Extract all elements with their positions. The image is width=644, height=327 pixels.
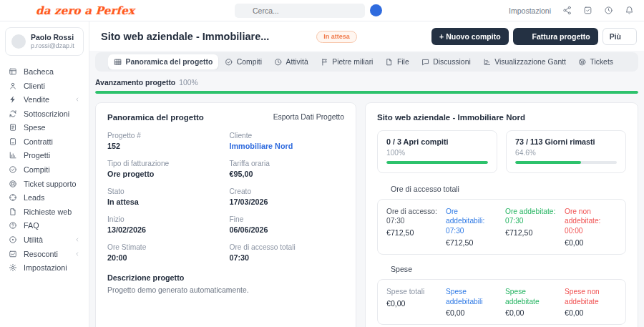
progress-label: Avanzamento progetto (95, 79, 175, 87)
new-task-button[interactable]: + Nuovo compito (431, 28, 508, 45)
stat-progress-fill (515, 161, 581, 164)
tab-panoramica-del-progetto[interactable]: Panoramica del progetto (108, 54, 218, 69)
sidebar-item-label: Leads (24, 193, 44, 202)
stat-progress-bar (386, 161, 488, 164)
sidebar-item-progetti[interactable]: Progetti (0, 149, 89, 163)
field-value: 06/06/2026 (230, 225, 345, 234)
metric-value: €712,50 (386, 228, 439, 237)
field-label: Inizio (107, 215, 223, 223)
sidebar-item-faq[interactable]: FAQ (0, 219, 89, 233)
field-label: Cliente (230, 132, 345, 140)
sidebar-item-impostazioni[interactable]: Impostazioni (0, 260, 89, 275)
field-value: Ore progetto (107, 170, 223, 178)
project-summary-card: Sito web aziendale - Immobiliare Nord 0 … (365, 102, 638, 327)
field-creato: Creato17/03/2026 (230, 187, 345, 206)
sidebar-item-leads[interactable]: Leads (0, 190, 89, 205)
page-title: Sito web aziendale - Immobiliare... (101, 31, 269, 42)
sidebar-item-spese[interactable]: Spese (0, 120, 89, 135)
metric-spese-totali: Spese totali€0,00 (386, 287, 439, 318)
field-value: 13/02/2026 (107, 225, 223, 234)
quick-add-button[interactable] (370, 4, 382, 16)
sidebar-item-sottoscrizioni[interactable]: Sottoscrizioni (0, 107, 89, 121)
document-icon (9, 208, 17, 216)
metric-label: Spese addebitabili (446, 287, 498, 307)
metric-label: Ore addebitate: 07:30 (505, 207, 557, 227)
tab-discussioni[interactable]: Discussioni (416, 54, 477, 69)
sidebar-item-label: FAQ (24, 221, 39, 230)
metric-value: €712,50 (505, 228, 557, 237)
sidebar-item-label: Progetti (24, 151, 50, 160)
metric-label: Spese non addebitate (565, 287, 617, 307)
share-icon[interactable] (562, 6, 572, 15)
progress-bar (95, 91, 638, 94)
field-value: 152 (107, 142, 223, 150)
sidebar-item-label: Compiti (24, 165, 50, 174)
tab-attività[interactable]: Attività (268, 54, 314, 69)
tab-visualizzazione-gantt[interactable]: Visualizzazione Gantt (477, 54, 572, 69)
tab-tickets[interactable]: Tickets (572, 54, 619, 69)
search-input[interactable] (253, 6, 359, 15)
tab-compiti[interactable]: Compiti (219, 54, 268, 69)
chart-line-icon (9, 250, 17, 258)
sidebar-item-utilità[interactable]: Utilità (0, 233, 89, 247)
metric-value: €0,00 (565, 308, 617, 317)
sidebar-item-label: Utilità (24, 235, 43, 244)
metric-spese-non-addebitate: Spese non addebitate€0,00 (565, 287, 617, 318)
clock-icon[interactable] (604, 6, 613, 15)
lightning-icon (9, 95, 17, 104)
topbar-actions: Impostazioni (509, 6, 634, 15)
field-label: Stato (107, 187, 223, 195)
sidebar-item-clienti[interactable]: Clienti (0, 79, 89, 93)
stat-progress-fill (386, 161, 488, 164)
sidebar-item-label: Richieste web (24, 208, 72, 216)
clock-icon (274, 58, 283, 67)
check-circle-icon (9, 165, 17, 174)
overview-card-title: Panoramica del progetto (107, 113, 204, 122)
metric-spese-addebitate: Spese addebitate€0,00 (505, 287, 557, 318)
tab-pietre-miliari[interactable]: Pietre miliari (315, 54, 379, 69)
sidebar-item-compiti[interactable]: Compiti (0, 162, 89, 177)
file-icon (385, 58, 394, 67)
projects-icon (9, 151, 17, 160)
tab-label: Tickets (590, 58, 613, 66)
chat-icon (421, 58, 430, 67)
sidebar-nav: BachecaClientiVenditeSottoscrizioniSpese… (0, 64, 89, 275)
sidebar-item-label: Resoconti (24, 250, 58, 258)
sidebar-item-label: Clienti (24, 82, 45, 90)
field-progetto-: Progetto #152 (107, 132, 223, 150)
stat-percent: 64.6% (515, 149, 617, 157)
tab-file[interactable]: File (379, 54, 414, 69)
sidebar-item-bacheca[interactable]: Bacheca (0, 64, 89, 79)
user-profile-card[interactable]: Paolo Rossi p.rossi@dzap.it (5, 27, 84, 56)
export-project-data-link[interactable]: Esporta Dati Progetto (261, 113, 344, 122)
sidebar-item-vendite[interactable]: Vendite (0, 92, 89, 107)
tab-label: Panoramica del progetto (126, 58, 213, 66)
life-ring-icon (578, 58, 587, 67)
settings-link[interactable]: Impostazioni (509, 6, 551, 15)
tab-label: Discussioni (433, 58, 471, 66)
tab-label: Visualizzazione Gantt (494, 58, 566, 66)
field-inizio: Inizio13/02/2026 (107, 215, 223, 234)
field-value: 17/03/2026 (230, 197, 345, 206)
dashboard-icon (9, 67, 17, 76)
tab-contratti[interactable]: Contratti (620, 54, 625, 69)
field-label: Ore Stimate (107, 243, 223, 251)
sidebar-item-contratti[interactable]: Contratti (0, 135, 89, 149)
field-value[interactable]: Immobiliare Nord (230, 142, 345, 150)
stat-box-0: 0 / 3 Apri compiti100% (377, 130, 497, 173)
refresh-icon (9, 109, 17, 118)
invoice-project-button[interactable]: Fattura progetto (513, 28, 598, 45)
field-stato: StatoIn attesa (107, 187, 223, 206)
sidebar-item-ticket-supporto[interactable]: Ticket supporto (0, 177, 89, 191)
description-text: Progetto demo generato automaticamente. (107, 286, 344, 294)
bell-icon[interactable] (625, 6, 634, 15)
chevron-left-icon (74, 251, 80, 257)
sidebar-item-resoconti[interactable]: Resoconti (0, 247, 89, 261)
more-button[interactable]: Più (602, 28, 637, 45)
dot-circle-icon (9, 235, 17, 244)
table-icon (114, 58, 122, 67)
flag-icon (321, 58, 329, 67)
hours-metrics-box: Ore di accesso: 07:30€712,50Ore addebita… (377, 199, 626, 255)
sidebar-item-richieste-web[interactable]: Richieste web (0, 205, 89, 219)
check-square-icon[interactable] (583, 6, 592, 15)
